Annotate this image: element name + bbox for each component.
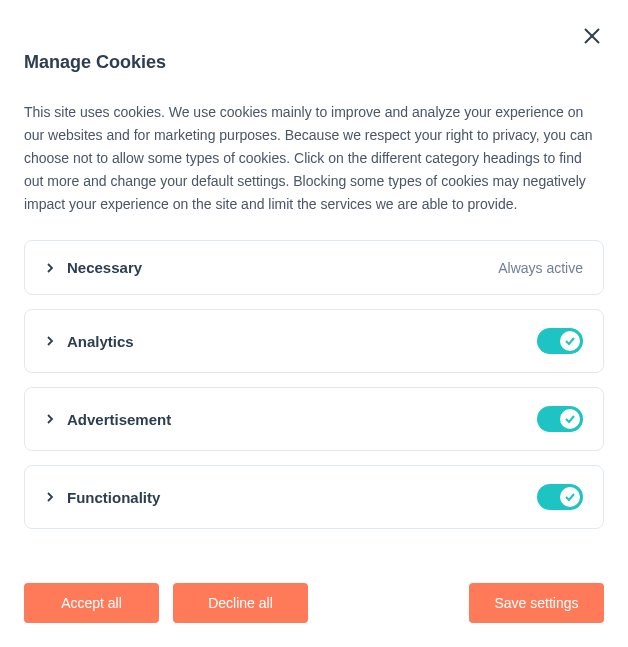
- toggle-advertisement[interactable]: [537, 406, 583, 432]
- check-icon: [564, 335, 576, 347]
- chevron-right-icon: [45, 263, 55, 273]
- category-analytics[interactable]: Analytics: [24, 309, 604, 373]
- toggle-functionality[interactable]: [537, 484, 583, 510]
- category-necessary[interactable]: Necessary Always active: [24, 240, 604, 295]
- category-header: Analytics: [45, 333, 134, 350]
- accept-all-button[interactable]: Accept all: [24, 583, 159, 623]
- toggle-analytics[interactable]: [537, 328, 583, 354]
- decline-all-button[interactable]: Decline all: [173, 583, 308, 623]
- close-icon: [583, 27, 601, 45]
- cookie-settings-modal: Manage Cookies This site uses cookies. W…: [0, 0, 628, 647]
- category-advertisement[interactable]: Advertisement: [24, 387, 604, 451]
- toggle-knob: [560, 487, 580, 507]
- chevron-right-icon: [45, 492, 55, 502]
- category-label: Analytics: [67, 333, 134, 350]
- chevron-right-icon: [45, 336, 55, 346]
- category-label: Necessary: [67, 259, 142, 276]
- close-button[interactable]: [580, 24, 604, 48]
- category-header: Functionality: [45, 489, 160, 506]
- modal-description: This site uses cookies. We use cookies m…: [24, 101, 604, 216]
- category-functionality[interactable]: Functionality: [24, 465, 604, 529]
- category-label: Advertisement: [67, 411, 171, 428]
- category-header: Advertisement: [45, 411, 171, 428]
- modal-footer: Accept all Decline all Save settings: [24, 581, 604, 623]
- category-label: Functionality: [67, 489, 160, 506]
- category-header: Necessary: [45, 259, 142, 276]
- chevron-right-icon: [45, 414, 55, 424]
- toggle-knob: [560, 331, 580, 351]
- save-settings-button[interactable]: Save settings: [469, 583, 604, 623]
- toggle-knob: [560, 409, 580, 429]
- check-icon: [564, 491, 576, 503]
- check-icon: [564, 413, 576, 425]
- always-active-label: Always active: [498, 260, 583, 276]
- cookie-categories: Necessary Always active Analytics: [24, 240, 604, 565]
- modal-title: Manage Cookies: [24, 52, 604, 73]
